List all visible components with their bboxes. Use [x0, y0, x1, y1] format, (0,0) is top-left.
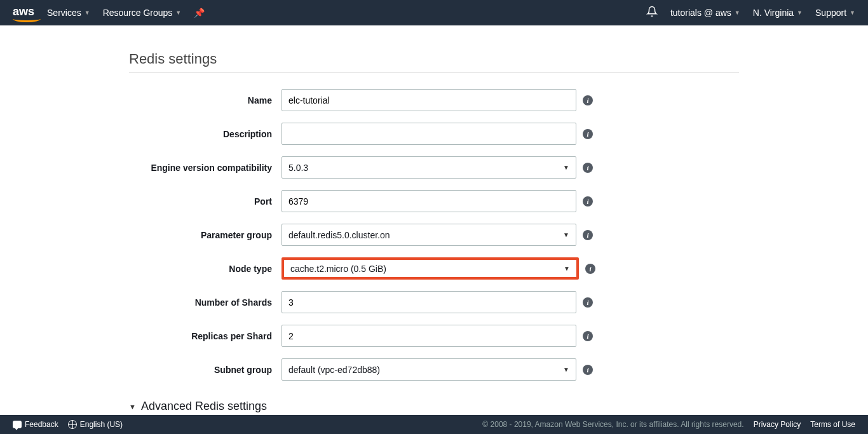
label-shards: Number of Shards [129, 297, 281, 308]
caret-down-icon: ▼ [564, 265, 570, 272]
row-port: Port i [129, 190, 739, 212]
info-icon[interactable]: i [583, 331, 593, 341]
info-icon[interactable]: i [583, 163, 593, 173]
services-menu[interactable]: Services ▼ [47, 8, 90, 18]
name-input[interactable] [281, 89, 576, 111]
label-replicas: Replicas per Shard [129, 331, 281, 341]
label-port: Port [129, 196, 281, 207]
resource-groups-label: Resource Groups [103, 8, 173, 18]
row-name: Name i [129, 89, 739, 111]
parameter-group-value: default.redis5.0.cluster.on [288, 230, 390, 240]
caret-down-icon: ▼ [850, 10, 855, 16]
shards-input[interactable] [281, 291, 576, 313]
support-menu[interactable]: Support ▼ [815, 8, 855, 18]
node-type-value: cache.t2.micro (0.5 GiB) [290, 264, 386, 274]
label-subnet-group: Subnet group [129, 365, 281, 375]
account-menu[interactable]: tutorials @ aws ▼ [670, 8, 740, 18]
label-description: Description [129, 129, 281, 139]
control-wrap: i [281, 89, 593, 111]
info-icon[interactable]: i [583, 196, 593, 207]
feedback-label: Feedback [25, 420, 58, 426]
caret-down-icon: ▼ [563, 164, 569, 171]
region-label: N. Virginia [753, 8, 794, 18]
caret-down-icon: ▼ [563, 231, 569, 238]
control-wrap: default.redis5.0.cluster.on ▼ i [281, 224, 593, 246]
row-engine-version: Engine version compatibility 5.0.3 ▼ i [129, 156, 739, 179]
advanced-title: Advanced Redis settings [141, 400, 267, 413]
label-engine-version: Engine version compatibility [129, 163, 281, 173]
top-navigation: aws Services ▼ Resource Groups ▼ 📌 tutor… [0, 0, 868, 25]
engine-version-value: 5.0.3 [288, 163, 308, 173]
caret-down-icon: ▼ [563, 366, 569, 373]
subnet-group-value: default (vpc-ed72db88) [288, 365, 380, 375]
control-wrap: i [281, 291, 593, 313]
main-content: Redis settings Name i Description i Engi… [116, 25, 752, 426]
control-wrap: i [281, 190, 593, 212]
info-icon[interactable]: i [585, 264, 595, 274]
info-icon[interactable]: i [583, 230, 593, 240]
triangle-down-icon: ▼ [129, 403, 136, 410]
language-label: English (US) [80, 420, 123, 426]
control-wrap: i [281, 325, 593, 347]
caret-down-icon: ▼ [735, 10, 740, 16]
footer-left: Feedback English (US) [13, 420, 123, 426]
row-subnet-group: Subnet group default (vpc-ed72db88) ▼ i [129, 358, 739, 381]
replicas-input[interactable] [281, 325, 576, 347]
parameter-group-select[interactable]: default.redis5.0.cluster.on ▼ [281, 224, 576, 246]
label-parameter-group: Parameter group [129, 230, 281, 240]
info-icon[interactable]: i [583, 95, 593, 105]
row-description: Description i [129, 123, 739, 145]
terms-link[interactable]: Terms of Use [810, 420, 855, 426]
account-label: tutorials @ aws [670, 8, 731, 18]
aws-logo[interactable]: aws [13, 5, 34, 20]
row-shards: Number of Shards i [129, 291, 739, 313]
row-node-type: Node type cache.t2.micro (0.5 GiB) ▼ i [129, 257, 739, 280]
globe-icon [68, 420, 77, 426]
advanced-settings-toggle[interactable]: ▼ Advanced Redis settings [129, 400, 739, 413]
topnav-left: aws Services ▼ Resource Groups ▼ 📌 [13, 5, 205, 20]
port-input[interactable] [281, 190, 576, 212]
info-icon[interactable]: i [583, 365, 593, 375]
engine-version-select[interactable]: 5.0.3 ▼ [281, 156, 576, 179]
support-label: Support [815, 8, 846, 18]
control-wrap: 5.0.3 ▼ i [281, 156, 593, 179]
feedback-link[interactable]: Feedback [13, 420, 58, 426]
section-title: Redis settings [129, 51, 739, 73]
description-input[interactable] [281, 123, 576, 145]
label-name: Name [129, 95, 281, 105]
footer: Feedback English (US) © 2008 - 2019, Ama… [0, 415, 868, 426]
region-menu[interactable]: N. Virginia ▼ [753, 8, 803, 18]
caret-down-icon: ▼ [797, 10, 803, 16]
topnav-right: tutorials @ aws ▼ N. Virginia ▼ Support … [646, 6, 855, 20]
control-wrap: default (vpc-ed72db88) ▼ i [281, 358, 593, 381]
subnet-group-select[interactable]: default (vpc-ed72db88) ▼ [281, 358, 576, 381]
pin-icon[interactable]: 📌 [194, 8, 205, 18]
copyright-text: © 2008 - 2019, Amazon Web Services, Inc.… [482, 420, 743, 426]
control-wrap: i [281, 123, 593, 145]
control-wrap: cache.t2.micro (0.5 GiB) ▼ i [281, 257, 595, 280]
row-parameter-group: Parameter group default.redis5.0.cluster… [129, 224, 739, 246]
caret-down-icon: ▼ [175, 10, 181, 16]
privacy-link[interactable]: Privacy Policy [754, 420, 801, 426]
label-node-type: Node type [129, 264, 281, 274]
node-type-select[interactable]: cache.t2.micro (0.5 GiB) ▼ [281, 257, 579, 280]
bell-icon[interactable] [646, 6, 658, 20]
services-label: Services [47, 8, 81, 18]
resource-groups-menu[interactable]: Resource Groups ▼ [103, 8, 182, 18]
row-replicas: Replicas per Shard i [129, 325, 739, 347]
footer-right: © 2008 - 2019, Amazon Web Services, Inc.… [482, 420, 855, 426]
language-selector[interactable]: English (US) [68, 420, 123, 426]
info-icon[interactable]: i [583, 129, 593, 139]
chat-icon [13, 421, 22, 426]
info-icon[interactable]: i [583, 297, 593, 308]
caret-down-icon: ▼ [85, 10, 90, 16]
